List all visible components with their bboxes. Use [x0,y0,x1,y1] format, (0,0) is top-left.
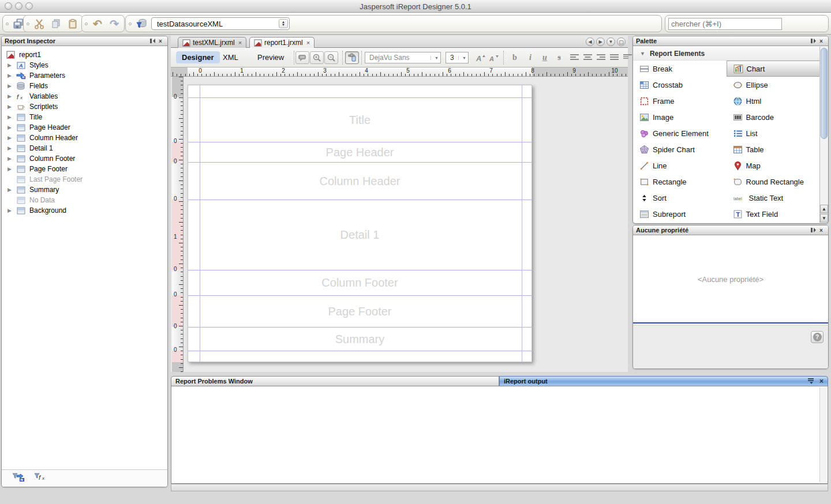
element-group-icon[interactable] [295,51,309,64]
palette-item-frame[interactable]: Frame [633,93,727,109]
expander-icon[interactable]: ▶ [8,73,16,78]
search-input[interactable] [668,18,782,30]
tree-item-variables[interactable]: ▶ fx Variables [2,91,167,101]
band-column-header[interactable]: Column Header [188,163,531,200]
palette-item-sort[interactable]: Sort [633,190,727,206]
palette-scrollbar[interactable]: ▲ ▼ [819,47,828,223]
italic-icon[interactable]: i [524,51,537,64]
view-designer-button[interactable]: Designer [176,51,220,63]
database-connection-icon[interactable] [134,17,148,31]
band-column-footer[interactable]: Column Footer [188,270,531,296]
tree-item-last-page-footer-band[interactable]: Last Page Footer [2,174,167,185]
palette-item-subreport[interactable]: Subreport [633,206,727,222]
expander-icon[interactable]: ▶ [8,135,16,141]
expander-icon[interactable]: ▶ [8,104,16,110]
tree-item-styles[interactable]: ▶ A Styles [2,60,167,70]
tree-item-column-header-band[interactable]: ▶ Column Header [2,133,167,143]
close-panel-icon[interactable]: × [819,377,823,385]
filter-variables-icon[interactable]: fx [34,472,47,484]
palette-item-html[interactable]: Html [727,93,820,109]
expander-icon[interactable]: ▶ [8,208,16,213]
palette-item-break[interactable]: Break [633,61,727,77]
palette-section-report-elements[interactable]: ▼ Report Elements [633,47,819,61]
horizontal-ruler[interactable]: 0 1 2 3 4 5 6 7 8 9 10 [171,67,628,77]
view-preview-button[interactable]: Preview [252,51,290,63]
scroll-up-icon[interactable]: ▲ [820,205,828,213]
zoom-in-icon[interactable] [310,51,324,64]
expander-icon[interactable]: ▶ [8,156,16,161]
palette-item-barcode[interactable]: Barcode [727,109,820,125]
minimize-panel-icon[interactable] [809,227,817,234]
tab-list-dropdown-icon[interactable]: ▼ [607,37,615,46]
decrease-font-icon[interactable]: A [488,51,500,64]
tree-item-column-footer-band[interactable]: ▶ Column Footer [2,153,167,164]
palette-item-text-field[interactable]: T Text Field [727,206,820,222]
scroll-tabs-left-icon[interactable]: ◀ [586,37,594,46]
expander-icon[interactable]: ▶ [8,125,16,130]
datasource-stepper-icon[interactable]: ▲▼ [279,19,288,28]
expander-icon[interactable]: ▶ [8,114,16,120]
tab-ireport-output[interactable]: iReport output × [499,376,828,386]
align-justify-icon[interactable] [608,51,621,64]
tree-item-page-header-band[interactable]: ▶ Page Header [2,122,167,133]
tree-item-parameters[interactable]: ▶ IN Parameters [2,70,167,81]
font-family-select[interactable]: DejaVu Sans ▼ [365,52,441,63]
minimize-panel-icon[interactable] [148,37,156,44]
view-xml-button[interactable]: XML [217,51,244,63]
expander-icon[interactable]: ▶ [8,62,16,68]
close-tab-icon[interactable]: × [238,39,242,46]
tree-item-summary-band[interactable]: ▶ Summary [2,185,167,195]
align-left-icon[interactable] [568,51,581,64]
palette-item-image[interactable]: Image [633,109,727,125]
top-margin-band[interactable] [188,85,531,98]
panel-menu-icon[interactable] [808,378,815,384]
tree-item-page-footer-band[interactable]: ▶ Page Footer [2,164,167,174]
bold-icon[interactable]: b [508,51,521,64]
expander-icon[interactable]: ▶ [8,187,16,193]
palette-item-round-rectangle[interactable]: Round Rectangle [727,174,820,190]
palette-item-rectangle[interactable]: Rectangle [633,174,727,190]
redo-icon[interactable]: ↷ [107,17,121,31]
zoom-out-icon[interactable] [324,51,338,64]
palette-item-crosstab[interactable]: Crosstab [633,77,727,93]
close-panel-icon[interactable]: × [156,37,164,44]
filter-parameters-icon[interactable]: IN [12,472,25,484]
expander-icon[interactable]: ▶ [8,83,16,89]
band-page-footer[interactable]: Page Footer [188,296,531,328]
report-page[interactable]: Title Page Header Column Header Detail 1… [188,85,532,362]
paste-icon[interactable] [66,17,80,31]
maximize-editor-icon[interactable]: ▢ [617,37,626,46]
band-detail-1[interactable]: Detail 1 [188,200,531,270]
close-panel-icon[interactable]: × [817,37,825,44]
increase-font-icon[interactable]: A [474,51,487,64]
collapse-triangle-icon[interactable]: ▼ [640,51,645,57]
tree-item-title-band[interactable]: ▶ Title [2,112,167,122]
font-size-select[interactable]: 3 ▼ [446,52,469,63]
expander-icon[interactable]: ▶ [8,166,16,172]
close-panel-icon[interactable]: × [817,227,825,234]
scroll-tabs-right-icon[interactable]: ▶ [596,37,605,46]
band-page-header[interactable]: Page Header [188,142,531,163]
tree-item-no-data-band[interactable]: No Data [2,195,167,205]
copy-icon[interactable] [49,17,63,31]
minimize-panel-icon[interactable] [809,37,817,44]
scrollbar-thumb[interactable] [821,48,828,139]
tree-item-fields[interactable]: ▶ Fields [2,81,167,91]
tree-item-scriptlets[interactable]: ▶ Scriptlets [2,101,167,112]
help-button[interactable]: ? [811,331,823,343]
output-console[interactable] [171,386,828,484]
cut-icon[interactable] [32,17,46,31]
formatting-tools-icon[interactable] [345,51,359,64]
output-horizontal-scrollbar[interactable] [171,484,828,491]
palette-item-spider-chart[interactable]: Spider Chart [633,141,727,157]
design-canvas[interactable]: 0 0 0 0 1 0 0 0 0 Title Page Header Colu… [171,77,628,372]
palette-item-generic-element[interactable]: Generic Element [633,125,727,141]
align-center-icon[interactable] [582,51,594,64]
vertical-ruler[interactable]: 0 0 0 0 1 0 0 0 0 [172,77,184,372]
tab-report-problems-window[interactable]: Report Problems Window [171,376,499,386]
palette-item-table[interactable]: Table [727,141,820,157]
align-right-icon[interactable] [595,51,608,64]
datasource-select[interactable]: testDatasourceXML ▲▼ [151,17,290,30]
expander-icon[interactable]: ▶ [8,93,16,99]
tab-report1-jrxml[interactable]: report1.jrxml × [249,37,315,48]
